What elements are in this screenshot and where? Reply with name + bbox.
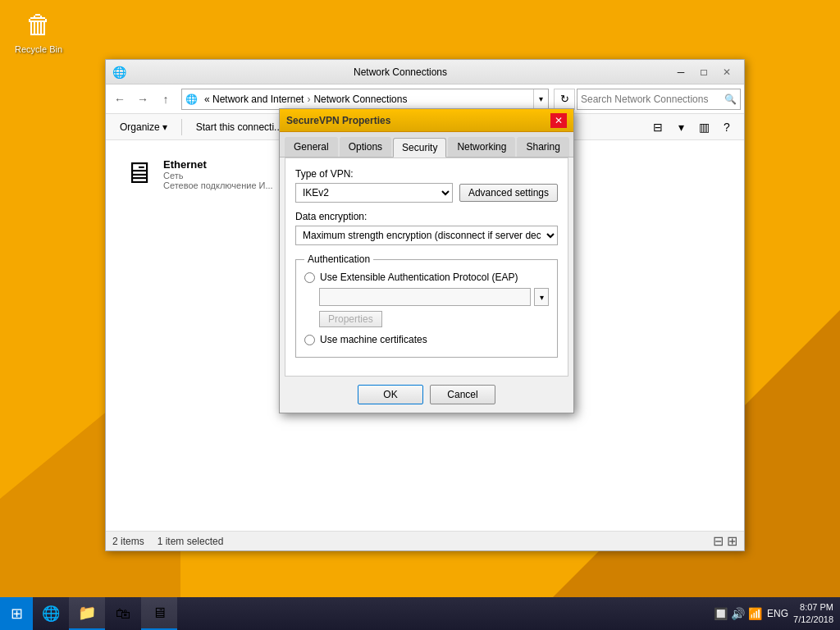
dialog-title: SecureVPN Properties — [286, 115, 550, 126]
dialog-overlay: SecureVPN Properties ✕ General Options S… — [0, 0, 840, 630]
tab-options[interactable]: Options — [340, 137, 391, 157]
data-encryption-label: Data encryption: — [295, 211, 558, 222]
taskbar-sys-icons: 🔲 🔊 📶 — [714, 607, 762, 620]
tray-icon-1[interactable]: 🔲 — [714, 607, 728, 620]
taskbar-control-panel[interactable]: 🖥 — [141, 597, 177, 630]
vpn-type-controls: IKEv2 Advanced settings — [295, 183, 558, 203]
taskbar-time: 8:07 PM — [793, 601, 833, 614]
data-encryption-row: Data encryption: Maximum strength encryp… — [295, 211, 558, 245]
taskbar-explorer[interactable]: 📁 — [69, 597, 105, 630]
cancel-button[interactable]: Cancel — [430, 385, 495, 404]
taskbar-date: 7/12/2018 — [793, 614, 833, 626]
dialog-titlebar: SecureVPN Properties ✕ — [280, 109, 573, 132]
dialog-tabs: General Options Security Networking Shar… — [280, 132, 573, 158]
tab-general[interactable]: General — [285, 137, 338, 157]
eap-label: Use Extensible Authentication Protocol (… — [320, 272, 518, 283]
taskbar-system-tray: 🔲 🔊 📶 ENG 8:07 PM 7/12/2018 — [707, 601, 840, 627]
dialog-footer: OK Cancel — [280, 377, 573, 413]
vpn-type-label: Type of VPN: — [295, 168, 558, 180]
tab-networking[interactable]: Networking — [448, 137, 515, 157]
cert-radio-row: Use machine certificates — [304, 334, 549, 345]
start-button[interactable]: ⊞ — [0, 597, 33, 630]
taskbar-language[interactable]: ENG — [767, 608, 788, 619]
eap-radio[interactable] — [304, 272, 315, 283]
tray-icon-3[interactable]: 📶 — [748, 607, 762, 620]
securevpn-dialog: SecureVPN Properties ✕ General Options S… — [279, 108, 574, 413]
vpn-type-row: Type of VPN: IKEv2 Advanced settings — [295, 168, 558, 203]
cert-radio[interactable] — [304, 335, 315, 345]
auth-legend: Authentication — [304, 253, 373, 265]
data-encryption-select[interactable]: Maximum strength encryption (disconnect … — [295, 226, 558, 245]
tab-sharing[interactable]: Sharing — [517, 137, 568, 157]
tray-icon-2[interactable]: 🔊 — [731, 607, 745, 620]
taskbar-clock[interactable]: 8:07 PM 7/12/2018 — [793, 601, 833, 627]
taskbar-ie[interactable]: 🌐 — [33, 597, 69, 630]
eap-radio-row: Use Extensible Authentication Protocol (… — [304, 272, 549, 283]
advanced-settings-button[interactable]: Advanced settings — [459, 184, 558, 202]
taskbar-icons: 🌐 📁 🛍 🖥 — [33, 597, 707, 630]
vpn-type-select[interactable]: IKEv2 — [295, 183, 453, 203]
dialog-body: Type of VPN: IKEv2 Advanced settings Dat… — [285, 158, 568, 377]
authentication-group: Authentication Use Extensible Authentica… — [295, 253, 558, 358]
eap-protocol-input — [319, 288, 531, 306]
eap-select-row: ▾ — [319, 288, 549, 306]
eap-dropdown-button: ▾ — [534, 288, 549, 306]
eap-properties-button: Properties — [319, 311, 382, 327]
taskbar: ⊞ 🌐 📁 🛍 🖥 🔲 🔊 📶 ENG 8:07 PM 7/12/2018 — [0, 597, 840, 630]
tab-security[interactable]: Security — [393, 138, 446, 158]
desktop: 🗑 Recycle Bin 🌐 Network Connections ─ □ … — [0, 0, 840, 630]
cert-label: Use machine certificates — [320, 334, 427, 345]
dialog-close-button[interactable]: ✕ — [550, 113, 567, 128]
ok-button[interactable]: OK — [358, 385, 423, 404]
taskbar-store[interactable]: 🛍 — [105, 597, 141, 630]
